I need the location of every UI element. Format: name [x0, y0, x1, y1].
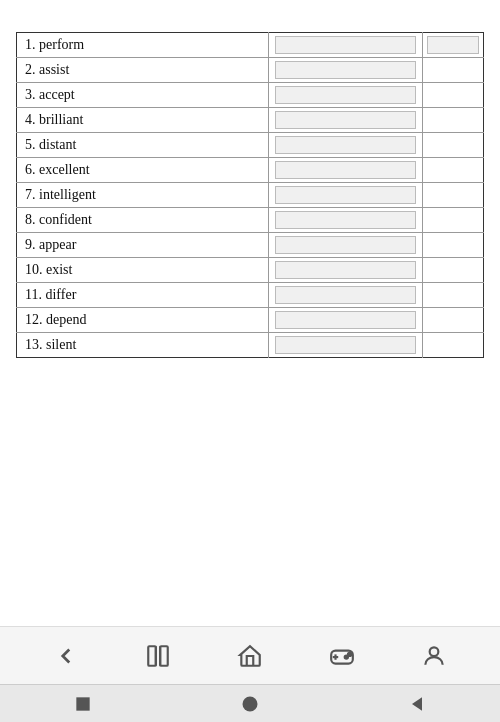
answer-input-cell[interactable] [269, 108, 423, 133]
table-row: 13. silent [17, 333, 484, 358]
svg-rect-0 [148, 646, 156, 666]
extra-cell [423, 108, 484, 133]
table-row: 11. differ [17, 283, 484, 308]
table-row: 2. assist [17, 58, 484, 83]
extra-input[interactable] [427, 36, 479, 54]
word-cell: 5. distant [17, 133, 269, 158]
answer-input-cell[interactable] [269, 83, 423, 108]
back-triangle-button[interactable] [407, 694, 427, 714]
answer-input[interactable] [275, 136, 416, 154]
answer-input[interactable] [275, 161, 416, 179]
answer-input[interactable] [275, 336, 416, 354]
table-row: 4. brilliant [17, 108, 484, 133]
word-cell: 12. depend [17, 308, 269, 333]
table-row: 8. confident [17, 208, 484, 233]
word-cell: 6. excellent [17, 158, 269, 183]
extra-cell [423, 33, 484, 58]
table-row: 12. depend [17, 308, 484, 333]
answer-input-cell[interactable] [269, 308, 423, 333]
extra-cell [423, 158, 484, 183]
user-button[interactable] [421, 643, 447, 669]
word-cell: 9. appear [17, 233, 269, 258]
answer-input[interactable] [275, 211, 416, 229]
extra-cell [423, 258, 484, 283]
answer-input-cell[interactable] [269, 333, 423, 358]
game-button[interactable] [329, 643, 355, 669]
answer-input[interactable] [275, 61, 416, 79]
exercise-table: 1. perform2. assist3. accept4. brilliant… [16, 32, 484, 358]
answer-input[interactable] [275, 36, 416, 54]
svg-rect-11 [77, 697, 90, 710]
word-cell: 3. accept [17, 83, 269, 108]
svg-point-10 [430, 647, 439, 656]
extra-cell [423, 333, 484, 358]
answer-input[interactable] [275, 286, 416, 304]
answer-input-cell[interactable] [269, 283, 423, 308]
answer-input-cell[interactable] [269, 133, 423, 158]
extra-cell [423, 58, 484, 83]
word-cell: 8. confident [17, 208, 269, 233]
svg-marker-13 [412, 697, 422, 710]
extra-cell [423, 133, 484, 158]
answer-input[interactable] [275, 236, 416, 254]
nav-bottom [0, 684, 500, 722]
home-button[interactable] [237, 643, 263, 669]
answer-input-cell[interactable] [269, 258, 423, 283]
book-icon[interactable] [145, 643, 171, 669]
answer-input-cell[interactable] [269, 208, 423, 233]
answer-input[interactable] [275, 186, 416, 204]
answer-input[interactable] [275, 261, 416, 279]
answer-input[interactable] [275, 311, 416, 329]
extra-cell [423, 233, 484, 258]
table-row: 5. distant [17, 133, 484, 158]
table-row: 1. perform [17, 33, 484, 58]
answer-input-cell[interactable] [269, 233, 423, 258]
extra-cell [423, 183, 484, 208]
svg-rect-1 [160, 646, 168, 666]
word-cell: 7. intelligent [17, 183, 269, 208]
extra-cell [423, 283, 484, 308]
answer-input-cell[interactable] [269, 158, 423, 183]
extra-cell [423, 208, 484, 233]
answer-input[interactable] [275, 86, 416, 104]
answer-input-cell[interactable] [269, 58, 423, 83]
word-cell: 11. differ [17, 283, 269, 308]
extra-cell [423, 308, 484, 333]
table-row: 9. appear [17, 233, 484, 258]
answer-input-cell[interactable] [269, 183, 423, 208]
circle-button[interactable] [240, 694, 260, 714]
table-row: 7. intelligent [17, 183, 484, 208]
answer-input[interactable] [275, 111, 416, 129]
nav-bar [0, 626, 500, 722]
table-row: 3. accept [17, 83, 484, 108]
table-row: 6. excellent [17, 158, 484, 183]
back-button[interactable] [53, 643, 79, 669]
svg-point-12 [242, 696, 257, 711]
word-cell: 10. exist [17, 258, 269, 283]
nav-top [0, 627, 500, 684]
word-cell: 4. brilliant [17, 108, 269, 133]
word-cell: 2. assist [17, 58, 269, 83]
word-cell: 13. silent [17, 333, 269, 358]
svg-point-6 [348, 652, 351, 655]
answer-input-cell[interactable] [269, 33, 423, 58]
main-content: 1. perform2. assist3. accept4. brilliant… [0, 0, 500, 626]
extra-cell [423, 83, 484, 108]
table-row: 10. exist [17, 258, 484, 283]
word-cell: 1. perform [17, 33, 269, 58]
stop-button[interactable] [73, 694, 93, 714]
